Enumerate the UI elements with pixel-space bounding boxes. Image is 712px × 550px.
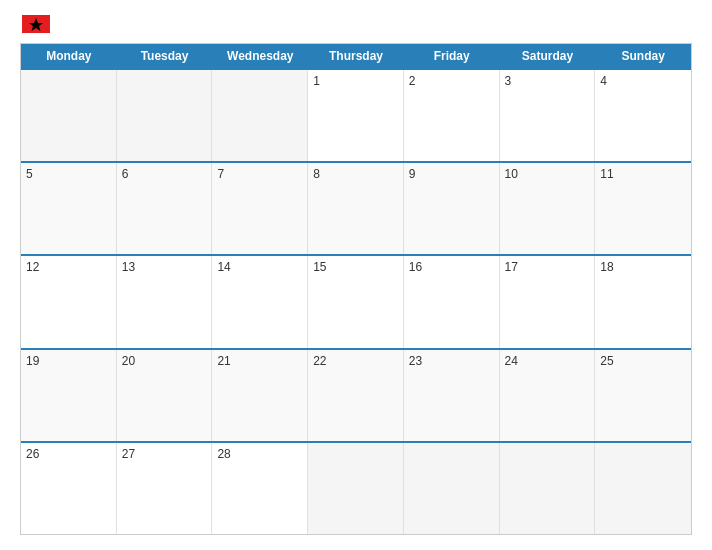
- calendar-cell: 27: [117, 443, 213, 534]
- header-wednesday: Wednesday: [212, 44, 308, 68]
- day-number: 7: [217, 167, 302, 181]
- calendar-cell: 8: [308, 163, 404, 254]
- page: Monday Tuesday Wednesday Thursday Friday…: [0, 0, 712, 550]
- header-monday: Monday: [21, 44, 117, 68]
- day-number: 4: [600, 74, 686, 88]
- day-number: 5: [26, 167, 111, 181]
- day-number: 10: [505, 167, 590, 181]
- calendar-week-2: 567891011: [21, 161, 691, 254]
- calendar-cell: 16: [404, 256, 500, 347]
- day-number: 28: [217, 447, 302, 461]
- calendar-cell: [595, 443, 691, 534]
- day-number: 22: [313, 354, 398, 368]
- day-number: 9: [409, 167, 494, 181]
- calendar-cell: 24: [500, 350, 596, 441]
- calendar-cell: 5: [21, 163, 117, 254]
- calendar-cell: [308, 443, 404, 534]
- calendar-cell: 26: [21, 443, 117, 534]
- day-number: 25: [600, 354, 686, 368]
- calendar-cell: [117, 70, 213, 161]
- calendar-cell: 25: [595, 350, 691, 441]
- header-tuesday: Tuesday: [117, 44, 213, 68]
- calendar-cell: 23: [404, 350, 500, 441]
- calendar-cell: 4: [595, 70, 691, 161]
- day-number: 3: [505, 74, 590, 88]
- calendar-cell: 18: [595, 256, 691, 347]
- calendar-cell: 21: [212, 350, 308, 441]
- header: [20, 15, 692, 33]
- calendar-cell: [500, 443, 596, 534]
- day-number: 8: [313, 167, 398, 181]
- calendar-cell: [21, 70, 117, 161]
- header-friday: Friday: [404, 44, 500, 68]
- calendar-cell: 22: [308, 350, 404, 441]
- header-sunday: Sunday: [595, 44, 691, 68]
- calendar-week-5: 262728: [21, 441, 691, 534]
- calendar-cell: 15: [308, 256, 404, 347]
- day-number: 13: [122, 260, 207, 274]
- day-number: 20: [122, 354, 207, 368]
- day-number: 18: [600, 260, 686, 274]
- header-thursday: Thursday: [308, 44, 404, 68]
- day-number: 14: [217, 260, 302, 274]
- day-number: 24: [505, 354, 590, 368]
- day-number: 6: [122, 167, 207, 181]
- logo-flag-icon: [22, 15, 50, 33]
- day-number: 11: [600, 167, 686, 181]
- day-number: 2: [409, 74, 494, 88]
- calendar-cell: 13: [117, 256, 213, 347]
- calendar-cell: 1: [308, 70, 404, 161]
- day-number: 16: [409, 260, 494, 274]
- day-number: 21: [217, 354, 302, 368]
- day-number: 26: [26, 447, 111, 461]
- day-number: 1: [313, 74, 398, 88]
- calendar-cell: 14: [212, 256, 308, 347]
- calendar-cell: 6: [117, 163, 213, 254]
- day-number: 19: [26, 354, 111, 368]
- calendar-cell: 7: [212, 163, 308, 254]
- day-number: 15: [313, 260, 398, 274]
- calendar-cell: 3: [500, 70, 596, 161]
- calendar-week-1: 1234: [21, 68, 691, 161]
- logo: [20, 15, 50, 33]
- header-saturday: Saturday: [500, 44, 596, 68]
- calendar-cell: 9: [404, 163, 500, 254]
- day-number: 12: [26, 260, 111, 274]
- calendar-cell: 2: [404, 70, 500, 161]
- calendar-cell: 12: [21, 256, 117, 347]
- calendar-week-3: 12131415161718: [21, 254, 691, 347]
- calendar-cell: 17: [500, 256, 596, 347]
- calendar-cell: [404, 443, 500, 534]
- calendar-week-4: 19202122232425: [21, 348, 691, 441]
- day-number: 27: [122, 447, 207, 461]
- day-number: 23: [409, 354, 494, 368]
- calendar-cell: 11: [595, 163, 691, 254]
- calendar-cell: 19: [21, 350, 117, 441]
- day-number: 17: [505, 260, 590, 274]
- calendar-cell: 28: [212, 443, 308, 534]
- calendar-cell: 10: [500, 163, 596, 254]
- calendar: Monday Tuesday Wednesday Thursday Friday…: [20, 43, 692, 535]
- calendar-cell: 20: [117, 350, 213, 441]
- calendar-cell: [212, 70, 308, 161]
- calendar-body: 1234567891011121314151617181920212223242…: [21, 68, 691, 534]
- calendar-header: Monday Tuesday Wednesday Thursday Friday…: [21, 44, 691, 68]
